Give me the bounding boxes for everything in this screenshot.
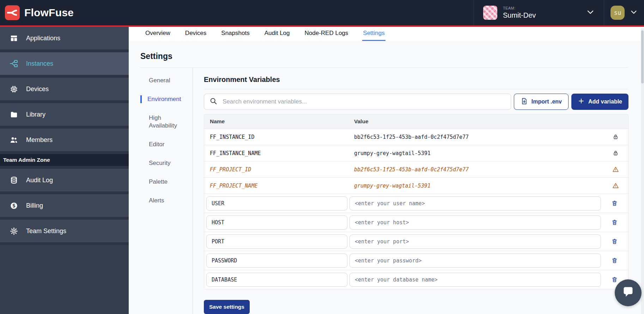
env-var-name-input[interactable] bbox=[206, 254, 347, 268]
team-label: TEAM: bbox=[503, 6, 536, 10]
import-env-label: Import .env bbox=[531, 99, 562, 105]
sidebar-item-label: Billing bbox=[26, 202, 43, 209]
table-row bbox=[204, 251, 628, 270]
warning-icon bbox=[606, 166, 628, 173]
flowfuse-logo-icon bbox=[5, 5, 20, 20]
add-variable-button[interactable]: Add variable bbox=[571, 94, 628, 110]
delete-variable-button[interactable] bbox=[610, 199, 619, 207]
gear-icon bbox=[10, 227, 18, 235]
env-var-value: bb2f6c53-1f25-453b-aafd-0c2f475d7e77 bbox=[354, 134, 606, 140]
team-switcher[interactable]: TEAM: Sumit-Dev bbox=[474, 0, 604, 25]
tab-devices[interactable]: Devices bbox=[184, 30, 207, 41]
tab-node-red-logs[interactable]: Node-RED Logs bbox=[304, 30, 349, 41]
user-menu[interactable]: su bbox=[604, 0, 644, 25]
env-var-value-input[interactable] bbox=[350, 196, 601, 211]
settings-page: Settings General Environment High Availa… bbox=[129, 41, 644, 314]
chevron-down-icon bbox=[586, 8, 595, 18]
delete-variable-button[interactable] bbox=[610, 276, 619, 284]
env-var-value-input[interactable] bbox=[350, 254, 601, 268]
env-var-name-input[interactable] bbox=[206, 235, 347, 249]
sidebar-item-library[interactable]: Library bbox=[0, 103, 129, 126]
section-title: Environment Variables bbox=[204, 76, 628, 84]
settings-nav: General Environment High Availability Ed… bbox=[140, 68, 193, 314]
column-header-name: Name bbox=[204, 118, 354, 125]
trash-icon bbox=[611, 200, 618, 207]
folder-icon bbox=[10, 110, 18, 119]
svg-text:$: $ bbox=[12, 203, 15, 208]
chat-widget-button[interactable] bbox=[615, 279, 642, 306]
import-document-icon bbox=[521, 97, 528, 106]
table-row: FF_PROJECT_NAME grumpy-grey-wagtail-5391 bbox=[204, 177, 628, 194]
delete-variable-button[interactable] bbox=[610, 256, 619, 265]
env-variables-table: Name Value FF_INSTANCE_ID bb2f6c53-1f25-… bbox=[204, 114, 628, 289]
sidebar-item-audit-log[interactable]: Audit Log bbox=[0, 169, 129, 191]
team-admin-zone-label: Team Admin Zone bbox=[0, 154, 129, 166]
delete-variable-button[interactable] bbox=[610, 218, 619, 226]
sidebar-item-label: Members bbox=[26, 136, 53, 144]
tab-audit-log[interactable]: Audit Log bbox=[264, 30, 291, 41]
page-title: Settings bbox=[140, 52, 628, 61]
team-avatar bbox=[483, 6, 497, 20]
tab-settings[interactable]: Settings bbox=[362, 30, 385, 41]
table-header: Name Value bbox=[204, 114, 628, 129]
user-avatar: su bbox=[610, 6, 625, 20]
table-row: FF_INSTANCE_NAME grumpy-grey-wagtail-539… bbox=[204, 145, 628, 161]
trash-icon bbox=[611, 257, 618, 264]
settings-nav-alerts[interactable]: Alerts bbox=[140, 197, 186, 205]
save-settings-button[interactable]: Save settings bbox=[204, 300, 250, 314]
chip-icon bbox=[10, 85, 18, 93]
search-input[interactable] bbox=[222, 98, 505, 106]
vertical-scrollbar[interactable] bbox=[641, 28, 644, 314]
sidebar-item-devices[interactable]: Devices bbox=[0, 78, 129, 100]
instance-tab-bar: Overview Devices Snapshots Audit Log Nod… bbox=[129, 27, 644, 41]
sidebar-item-team-settings[interactable]: Team Settings bbox=[0, 220, 129, 242]
sidebar-item-instances[interactable]: Instances bbox=[0, 52, 129, 75]
settings-nav-high-availability[interactable]: High Availability bbox=[140, 114, 186, 130]
search-icon bbox=[209, 97, 217, 106]
table-row bbox=[204, 270, 628, 289]
tab-snapshots[interactable]: Snapshots bbox=[220, 30, 250, 41]
sidebar-item-label: Library bbox=[26, 111, 45, 118]
scrollbar-thumb[interactable] bbox=[641, 30, 644, 83]
env-var-name: FF_INSTANCE_ID bbox=[204, 134, 354, 140]
env-var-name: FF_PROJECT_ID bbox=[204, 166, 354, 173]
sidebar-item-applications[interactable]: Applications bbox=[0, 27, 129, 49]
env-var-value: grumpy-grey-wagtail-5391 bbox=[354, 183, 606, 189]
env-var-name: FF_INSTANCE_NAME bbox=[204, 150, 354, 156]
env-var-name-input[interactable] bbox=[206, 273, 347, 287]
env-var-name: FF_PROJECT_NAME bbox=[204, 183, 354, 189]
sidebar-item-members[interactable]: Members bbox=[0, 129, 129, 151]
trash-icon bbox=[611, 238, 618, 245]
sidebar-item-label: Applications bbox=[26, 35, 60, 42]
settings-nav-palette[interactable]: Palette bbox=[140, 178, 186, 186]
search-box bbox=[204, 94, 511, 110]
chat-bubble-icon bbox=[621, 285, 635, 301]
env-var-value-input[interactable] bbox=[350, 273, 601, 287]
column-header-value: Value bbox=[354, 118, 606, 125]
divider bbox=[204, 89, 628, 89]
brand[interactable]: FlowFuse bbox=[0, 5, 129, 20]
database-icon bbox=[10, 176, 18, 184]
env-var-value-input[interactable] bbox=[350, 215, 601, 230]
settings-nav-environment[interactable]: Environment bbox=[140, 95, 186, 103]
settings-nav-editor[interactable]: Editor bbox=[140, 141, 186, 148]
top-bar: FlowFuse TEAM: Sumit-Dev su bbox=[0, 0, 644, 27]
table-row: FF_INSTANCE_ID bb2f6c53-1f25-453b-aafd-0… bbox=[204, 129, 628, 145]
team-meta: TEAM: Sumit-Dev bbox=[503, 6, 536, 19]
env-var-name-input[interactable] bbox=[206, 215, 347, 230]
import-env-button[interactable]: Import .env bbox=[514, 94, 569, 110]
delete-variable-button[interactable] bbox=[610, 237, 619, 245]
lock-icon bbox=[606, 134, 628, 140]
sidebar-item-billing[interactable]: $ Billing bbox=[0, 194, 129, 217]
users-icon bbox=[10, 136, 18, 144]
settings-nav-general[interactable]: General bbox=[140, 77, 186, 84]
tab-overview[interactable]: Overview bbox=[145, 30, 171, 41]
sidebar-item-label: Instances bbox=[26, 60, 53, 67]
add-variable-label: Add variable bbox=[588, 99, 622, 105]
env-var-value-input[interactable] bbox=[350, 235, 601, 249]
env-var-name-input[interactable] bbox=[206, 196, 347, 211]
table-row bbox=[204, 213, 628, 232]
settings-nav-security[interactable]: Security bbox=[140, 159, 186, 167]
sidebar-filler bbox=[0, 245, 129, 314]
warning-icon bbox=[606, 182, 628, 189]
